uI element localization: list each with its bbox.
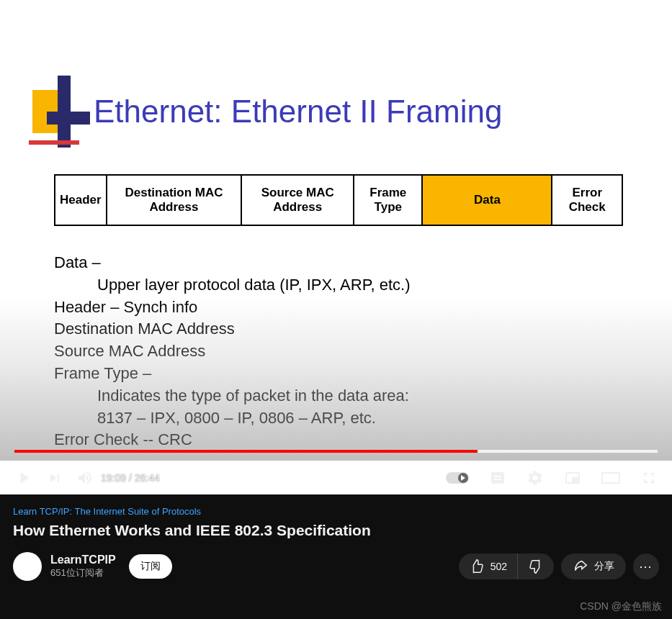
- next-button[interactable]: [46, 469, 63, 487]
- playlist-link[interactable]: Learn TCP/IP: The Internet Suite of Prot…: [13, 506, 201, 517]
- progress-fill: [14, 450, 478, 453]
- like-dislike-group: 502: [459, 554, 554, 579]
- miniplayer-button[interactable]: [564, 469, 581, 487]
- settings-button[interactable]: [527, 469, 544, 487]
- progress-bar[interactable]: [14, 450, 658, 453]
- dislike-button[interactable]: [518, 554, 554, 579]
- channel-name[interactable]: LearnTCPIP: [50, 554, 116, 566]
- frame-cell-header: Header: [55, 175, 107, 225]
- volume-button[interactable]: [76, 469, 94, 487]
- share-label: 分享: [594, 560, 614, 573]
- video-player[interactable]: Ethernet: Ethernet II Framing Header Des…: [0, 0, 672, 494]
- svg-rect-1: [573, 478, 578, 482]
- more-actions-button[interactable]: ⋯: [633, 554, 659, 579]
- frame-cell-dest-mac: Destination MAC Address: [107, 175, 242, 225]
- autoplay-toggle[interactable]: [446, 472, 469, 484]
- video-title: How Ethernet Works and IEEE 802.3 Specif…: [13, 522, 659, 539]
- like-button[interactable]: 502: [459, 554, 518, 579]
- captions-button[interactable]: [489, 469, 506, 487]
- slide-content: Ethernet: Ethernet II Framing Header Des…: [0, 22, 672, 468]
- frame-cell-src-mac: Source MAC Address: [241, 175, 354, 225]
- frame-structure-table: Header Destination MAC Address Source MA…: [54, 174, 623, 226]
- slide-title: Ethernet: Ethernet II Framing: [94, 94, 502, 130]
- channel-row: LearnTCPIP 651位订阅者 订阅 502 分享 ⋯: [13, 552, 659, 581]
- fullscreen-button[interactable]: [640, 469, 658, 487]
- svg-rect-2: [602, 473, 619, 483]
- play-button[interactable]: [14, 469, 33, 487]
- share-button[interactable]: 分享: [561, 554, 626, 579]
- subscriber-count: 651位订阅者: [50, 566, 116, 579]
- slide-body-text: Data – Upper layer protocol data (IP, IP…: [54, 252, 411, 451]
- player-controls: 19:09 / 26:44: [0, 461, 672, 494]
- video-metadata: Learn TCP/IP: The Internet Suite of Prot…: [0, 494, 672, 581]
- frame-cell-data: Data: [422, 175, 552, 225]
- subscribe-button[interactable]: 订阅: [129, 554, 172, 579]
- time-display: 19:09 / 26:44: [101, 472, 160, 484]
- theater-mode-button[interactable]: [601, 471, 620, 485]
- like-count: 502: [490, 561, 507, 572]
- frame-cell-frame-type: Frame Type: [354, 175, 422, 225]
- frame-cell-error-check: Error Check: [552, 175, 622, 225]
- watermark: CSDN @金色熊族: [580, 600, 662, 613]
- channel-avatar[interactable]: [13, 552, 42, 581]
